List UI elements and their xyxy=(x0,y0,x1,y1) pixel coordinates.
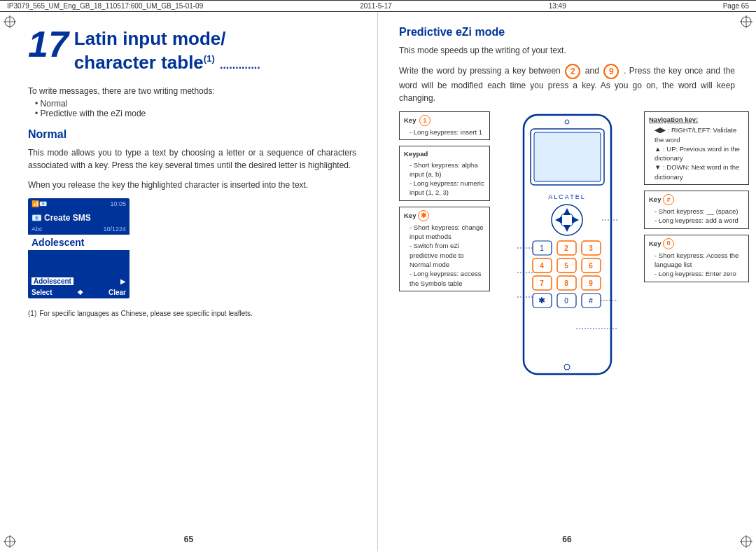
title-dots: ............. xyxy=(220,59,260,71)
svg-marker-20 xyxy=(555,216,562,223)
writing-method-item-1: Normal xyxy=(35,99,356,109)
phone-svg-area: ALCATEL 1 2 3 xyxy=(504,111,630,378)
callout-key1: Key 1 - Long keypress: insert 1 xyxy=(399,111,490,140)
phone-time-display: 10:05 xyxy=(110,200,126,207)
right-page: Predictive eZi mode This mode speeds up … xyxy=(378,12,756,551)
callout-keyhash-item1: - Short keypress: __ (space) xyxy=(649,207,744,216)
svg-text:7: 7 xyxy=(540,280,544,287)
callout-keystar-item1: - Short keypress: change input methods xyxy=(404,223,485,242)
page-title-block: 17 Latin input mode/ character table(1) … xyxy=(28,26,356,74)
phone-status-icons: 📶📧 xyxy=(31,200,47,207)
predictive-para1: This mode speeds up the writing of your … xyxy=(399,44,735,57)
callout-keystar: Key ✱ - Short keypress: change input met… xyxy=(399,207,490,291)
svg-text:3: 3 xyxy=(589,244,593,252)
callout-keypad-item1: - Short keypress: alpha input (a, b) xyxy=(404,160,485,179)
header-bar: IP3079_565_UM_Eng_GB_18_110517:600_UM_GB… xyxy=(0,0,756,12)
callout-key0-item2: - Long keypress: Enter zero xyxy=(649,269,744,278)
key-2-badge: 2 xyxy=(565,64,580,79)
callouts-right: Navigation key: ◀▶ : RIGHT/LEFT: Validat… xyxy=(644,111,749,288)
normal-heading: Normal xyxy=(28,128,356,141)
header-left: IP3079_565_UM_Eng_GB_18_110517:600_UM_GB… xyxy=(7,2,203,10)
writing-method-item-2: Predictive with the eZi mode xyxy=(35,109,356,118)
footnote-text: For specific languages as Chinese, pleas… xyxy=(39,310,253,317)
callout-keystar-title: Key ✱ xyxy=(404,210,485,221)
callout-nav-title: Navigation key: xyxy=(649,115,744,124)
svg-point-53 xyxy=(564,364,570,370)
phone-diagram-area: Key 1 - Long keypress: insert 1 Keypad -… xyxy=(399,111,735,378)
page-title-line1: Latin input mode/ xyxy=(74,26,260,50)
key0-badge: 0 xyxy=(663,238,674,249)
callout-keyhash-title: Key # xyxy=(649,194,744,205)
svg-marker-21 xyxy=(572,216,579,223)
header-page: Page 65 xyxy=(723,2,749,10)
callout-nav-item1: ◀▶ : RIGHT/LEFT: Validate the word xyxy=(649,125,744,144)
left-page-number: 65 xyxy=(184,534,193,544)
phone-sms-title: 📧 Create SMS xyxy=(28,211,130,225)
callout-keyhash: Key # - Short keypress: __ (space) - Lon… xyxy=(644,191,749,229)
phone-sms-icon: 📧 xyxy=(31,213,42,223)
svg-text:5: 5 xyxy=(564,262,568,270)
writing-methods-list: Normal Predictive with the eZi mode xyxy=(28,99,356,118)
header-time: 13:49 xyxy=(549,2,566,10)
svg-text:2: 2 xyxy=(564,244,568,252)
callout-nav-key: Navigation key: ◀▶ : RIGHT/LEFT: Validat… xyxy=(644,111,749,185)
footnote-number: (1) xyxy=(28,310,36,317)
keyhash-badge: # xyxy=(663,194,674,205)
title-superscript: (1) xyxy=(204,53,215,64)
phone-select-btn: Select xyxy=(31,289,52,296)
reg-mark-bl xyxy=(4,535,16,548)
para2-start: Write the word by pressing a key between xyxy=(399,66,561,76)
svg-point-52 xyxy=(565,120,569,124)
page-title-line2: character table(1) ............. xyxy=(74,50,260,74)
header-middle: 2011-5-17 xyxy=(360,2,392,10)
callouts-left: Key 1 - Long keypress: insert 1 Keypad -… xyxy=(399,111,490,297)
svg-text:4: 4 xyxy=(540,262,544,270)
callout-keystar-item3: - Long keypress: access the Symbols tabl… xyxy=(404,269,485,288)
writing-methods-intro: To write messages, there are two writing… xyxy=(28,86,356,96)
svg-text:6: 6 xyxy=(589,262,593,270)
normal-para1: This mode allows you to type a text by c… xyxy=(28,146,356,172)
callout-nav-item2: ▲ : UP: Previous word in the dictionary xyxy=(649,144,744,163)
svg-text:9: 9 xyxy=(589,280,593,287)
phone-suggestion-word: Adolescent xyxy=(31,277,74,285)
reg-mark-tl xyxy=(4,15,16,28)
callout-key0-title: Key 0 xyxy=(649,238,744,249)
svg-text:8: 8 xyxy=(564,280,568,287)
phone-highlighted-word: Adolescent xyxy=(28,235,130,250)
svg-text:✱: ✱ xyxy=(538,296,545,305)
callout-key1-title: Key 1 xyxy=(404,115,485,126)
svg-text:#: # xyxy=(589,297,593,305)
predictive-para2: Write the word by pressing a key between… xyxy=(399,64,735,104)
callout-keyhash-item2: - Long keypress: add a word xyxy=(649,216,744,225)
phone-empty-space xyxy=(28,251,130,276)
phone-suggestion-arrow: ▶ xyxy=(120,277,126,285)
phone-clear-btn: Clear xyxy=(108,289,126,296)
main-content: 17 Latin input mode/ character table(1) … xyxy=(0,12,756,551)
svg-text:ALCATEL: ALCATEL xyxy=(548,193,585,200)
phone-mockup-area: 📶📧 10:05 📧 Create SMS Abc 10/1224 Adoles… xyxy=(28,198,356,298)
callout-keypad: Keypad - Short keypress: alpha input (a,… xyxy=(399,146,490,200)
footnote: (1) For specific languages as Chinese, p… xyxy=(28,310,356,317)
svg-text:1: 1 xyxy=(540,244,544,252)
callout-keypad-item2: - Long keypress: numeric input (1, 2, 3) xyxy=(404,179,485,198)
svg-marker-19 xyxy=(564,225,570,232)
callout-key1-item: - Long keypress: insert 1 xyxy=(404,127,485,137)
callout-keystar-item2: - Switch from eZi predictive mode to Nor… xyxy=(404,241,485,269)
and-text: and xyxy=(585,66,599,76)
writing-methods-section: To write messages, there are two writing… xyxy=(28,86,356,118)
right-page-number: 66 xyxy=(562,534,571,544)
svg-rect-14 xyxy=(534,132,601,181)
key1-badge: 1 xyxy=(419,115,430,126)
keystar-badge: ✱ xyxy=(418,210,429,221)
reg-mark-br xyxy=(740,535,752,548)
phone-screen: 📶📧 10:05 📧 Create SMS Abc 10/1224 Adoles… xyxy=(28,198,130,298)
callout-keypad-title: Keypad xyxy=(404,149,485,158)
svg-marker-18 xyxy=(564,208,570,215)
page-chapter-number: 17 xyxy=(28,26,69,62)
svg-text:0: 0 xyxy=(564,297,568,305)
phone-nav-btn: ❖ xyxy=(77,289,83,296)
phone-bottom-bar: Select ❖ Clear xyxy=(28,287,130,298)
callout-key0-item1: - Short keypress: Access the language li… xyxy=(649,251,744,270)
callout-key0: Key 0 - Short keypress: Access the langu… xyxy=(644,235,749,282)
normal-para2: When you release the key the highlighted… xyxy=(28,179,356,191)
